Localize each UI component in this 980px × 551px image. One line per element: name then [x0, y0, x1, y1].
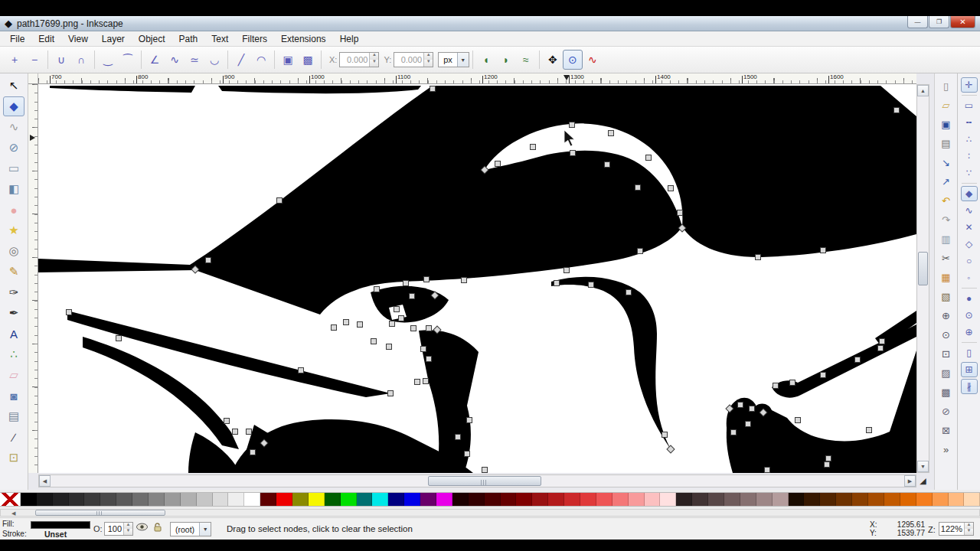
- menu-object[interactable]: Object: [132, 32, 172, 46]
- palette-swatch[interactable]: [100, 493, 116, 506]
- zoom-spinbox[interactable]: 122% ▲▼: [939, 522, 974, 536]
- palette-swatch[interactable]: [692, 493, 708, 506]
- pencil-tool-icon[interactable]: ✎: [3, 262, 24, 282]
- path-node[interactable]: [415, 380, 420, 385]
- scroll-up-arrow[interactable]: ▲: [917, 85, 929, 96]
- menu-extensions[interactable]: Extensions: [274, 32, 333, 46]
- redo-icon[interactable]: ↷: [937, 211, 956, 229]
- export-png-icon[interactable]: ↗: [937, 173, 956, 191]
- path-node[interactable]: [247, 429, 252, 435]
- path-node[interactable]: [344, 320, 349, 325]
- node-tool-icon[interactable]: ◆: [3, 96, 24, 116]
- palette-swatch[interactable]: [612, 493, 629, 506]
- snap-bbox-edge-midpoints-icon[interactable]: ∶: [961, 148, 978, 164]
- document-properties-icon[interactable]: ▧: [937, 288, 956, 305]
- snap-line-midpoints-icon[interactable]: ◦: [961, 270, 978, 285]
- close-button[interactable]: ✕: [950, 16, 975, 28]
- palette-scroll-left-arrow[interactable]: ◀: [11, 510, 15, 517]
- cut-icon[interactable]: ✂: [937, 249, 956, 267]
- path-node[interactable]: [790, 380, 795, 386]
- path17699-artwork[interactable]: [38, 84, 916, 473]
- path-node[interactable]: [646, 155, 652, 161]
- layer-visibility-icon[interactable]: [136, 523, 148, 533]
- menu-filters[interactable]: Filters: [235, 32, 274, 46]
- palette-swatch[interactable]: [740, 493, 756, 506]
- path-node[interactable]: [403, 281, 409, 286]
- path-node[interactable]: [773, 383, 779, 389]
- path-node[interactable]: [374, 287, 380, 292]
- snap-object-centers-icon[interactable]: ⊙: [961, 308, 978, 323]
- palette-swatch[interactable]: [708, 493, 724, 506]
- path-node[interactable]: [821, 248, 826, 253]
- import-image-icon[interactable]: ↘: [937, 154, 956, 171]
- path-node[interactable]: [456, 435, 461, 440]
- stroke-to-path-icon[interactable]: ▩: [298, 50, 318, 70]
- palette-swatch[interactable]: [660, 493, 676, 506]
- palette-swatch[interactable]: [964, 493, 980, 506]
- save-document-icon[interactable]: ▣: [937, 116, 956, 133]
- path-node[interactable]: [867, 428, 872, 433]
- path-node[interactable]: [250, 450, 256, 455]
- snap-bbox-edges-icon[interactable]: ╍: [961, 115, 978, 130]
- palette-swatch[interactable]: [357, 493, 373, 506]
- path-node[interactable]: [358, 322, 363, 328]
- connector-tool-icon[interactable]: ⊡: [3, 448, 24, 468]
- insert-node-icon[interactable]: +: [5, 50, 24, 70]
- dropper-tool-icon[interactable]: ∕: [3, 427, 24, 447]
- create-clone-icon[interactable]: ▩: [937, 383, 956, 401]
- path-node[interactable]: [731, 430, 737, 435]
- palette-swatch[interactable]: [37, 493, 53, 506]
- artwork-path[interactable]: [551, 277, 671, 449]
- spray-tool-icon[interactable]: ∴: [3, 344, 24, 364]
- palette-swatch[interactable]: [564, 493, 580, 506]
- palette-swatch[interactable]: [132, 493, 149, 506]
- path-node[interactable]: [605, 162, 610, 168]
- spiral-tool-icon[interactable]: ◎: [3, 241, 24, 261]
- path-node[interactable]: [756, 255, 761, 260]
- palette-swatch[interactable]: [309, 493, 325, 506]
- palette-swatch[interactable]: [756, 493, 773, 506]
- artwork-path[interactable]: [371, 286, 449, 323]
- path-node[interactable]: [462, 278, 467, 283]
- snap-others-icon[interactable]: ●: [961, 291, 978, 306]
- palette-swatch[interactable]: [388, 493, 404, 506]
- palette-swatch[interactable]: [420, 493, 436, 506]
- bucket-tool-icon[interactable]: ◙: [3, 386, 24, 406]
- snap-to-paths-icon[interactable]: ∿: [961, 203, 978, 218]
- menu-text[interactable]: Text: [204, 32, 235, 46]
- path-node[interactable]: [430, 86, 436, 92]
- path-node[interactable]: [531, 145, 536, 150]
- palette-swatch[interactable]: [804, 493, 820, 506]
- copy-icon[interactable]: ▥: [937, 230, 956, 248]
- ellipse-tool-icon[interactable]: ●: [3, 200, 24, 220]
- palette-swatch[interactable]: [933, 493, 949, 506]
- delete-segment-icon[interactable]: ⁀: [118, 50, 138, 70]
- gradient-tool-icon[interactable]: ▤: [3, 406, 24, 426]
- artwork-path[interactable]: [50, 86, 195, 93]
- canvas-corner-icon[interactable]: ◢: [916, 474, 929, 487]
- layer-lock-icon[interactable]: [153, 523, 162, 533]
- node-symmetric-icon[interactable]: ≃: [185, 50, 204, 70]
- path-node[interactable]: [465, 452, 470, 457]
- duplicate-icon[interactable]: ▨: [937, 364, 956, 382]
- horizontal-scroll-thumb[interactable]: [428, 476, 541, 486]
- maximize-button[interactable]: ❐: [929, 16, 949, 28]
- palette-swatch[interactable]: [84, 493, 100, 506]
- snap-bbox-corners-icon[interactable]: ∴: [961, 132, 978, 147]
- palette-swatch[interactable]: [452, 493, 469, 506]
- opacity-spinbox[interactable]: 100 ▲▼: [104, 522, 133, 536]
- tweak-tool-icon[interactable]: ∿: [3, 117, 24, 137]
- artwork-path[interactable]: [38, 86, 916, 315]
- palette-swatch[interactable]: [197, 493, 213, 506]
- palette-swatch[interactable]: [372, 493, 388, 506]
- next-path-effect-icon[interactable]: ≈: [516, 50, 536, 70]
- edit-mask-icon[interactable]: ◗: [496, 50, 516, 70]
- path-node[interactable]: [399, 316, 404, 321]
- snap-nodes-icon[interactable]: ◆: [961, 186, 978, 201]
- palette-swatch[interactable]: [836, 493, 852, 506]
- palette-swatch[interactable]: [325, 493, 341, 506]
- show-transform-handles-icon[interactable]: ✥: [543, 50, 563, 70]
- palette-swatch[interactable]: [580, 493, 596, 506]
- path-node[interactable]: [387, 344, 392, 350]
- path-node[interactable]: [855, 357, 861, 363]
